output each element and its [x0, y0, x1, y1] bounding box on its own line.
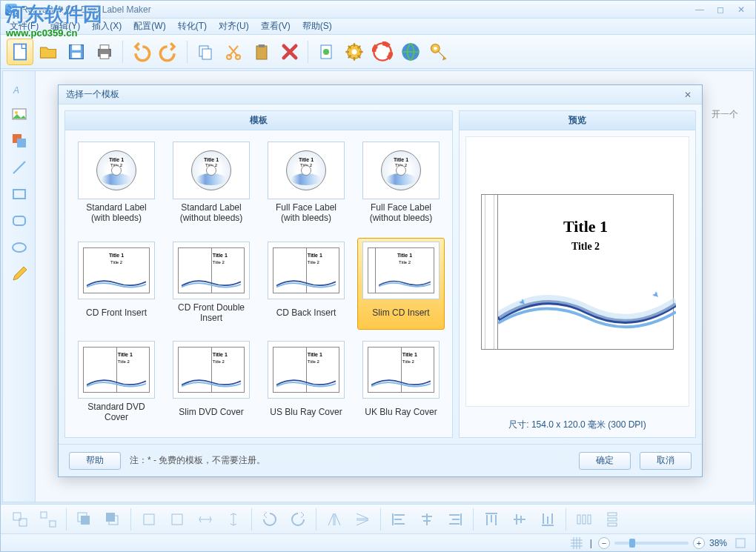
save-button[interactable] [63, 39, 90, 65]
toolbar-separator [122, 41, 123, 63]
app-title: RonyaSoft CD DVD Label Maker [21, 4, 690, 15]
template-label: Slim DVD Cover [179, 402, 243, 422]
template-item[interactable]: Title 1Title 2Full Face Label (without b… [357, 138, 445, 230]
maximize-button[interactable]: ◻ [711, 4, 730, 16]
redo-button[interactable] [156, 39, 182, 65]
same-width-button[interactable] [192, 506, 219, 533]
register-button[interactable] [425, 39, 452, 65]
fit-button[interactable] [733, 536, 748, 551]
rotate-left-button[interactable] [256, 506, 283, 533]
preview-title2: Title 2 [498, 241, 673, 253]
undo-button[interactable] [127, 39, 154, 65]
template-item[interactable]: Title 1Title 2CD Front Double Insert [168, 238, 255, 330]
template-label: Full Face Label (with bleeds) [266, 202, 346, 223]
paste-button[interactable] [248, 39, 275, 65]
svg-rect-32 [50, 521, 56, 527]
minimize-button[interactable]: — [690, 4, 709, 16]
send-back-button[interactable] [99, 506, 126, 533]
templates-header: 模板 [65, 111, 452, 130]
template-thumbnail: Title 1Title 2 [173, 341, 250, 399]
image-tool[interactable] [7, 102, 31, 126]
menu-view[interactable]: 查看(V) [255, 19, 296, 34]
align-center-button[interactable] [414, 506, 440, 533]
svg-rect-44 [608, 523, 617, 526]
template-item[interactable]: Title 1Title 2Standard Label (without bl… [168, 138, 255, 230]
menu-align[interactable]: 对齐(U) [213, 19, 255, 34]
template-item[interactable]: Title 1Title 2Standard DVD Cover [73, 337, 160, 430]
zoom-in-button[interactable]: + [693, 537, 705, 549]
svg-rect-33 [81, 516, 90, 525]
roundrect-tool[interactable] [7, 209, 31, 233]
line-tool[interactable] [7, 156, 31, 179]
help-button[interactable] [369, 39, 396, 65]
template-thumbnail: Title 1Title 2 [362, 142, 440, 199]
zoom-out-button[interactable]: − [598, 537, 610, 549]
ok-button[interactable]: 确定 [579, 452, 631, 470]
settings-button[interactable] [341, 39, 368, 65]
distribute-v-button[interactable] [599, 506, 626, 533]
svg-point-14 [323, 49, 329, 55]
preview-title1: Title 1 [498, 217, 673, 236]
text-tool[interactable]: A [7, 76, 31, 99]
toolbar-separator [187, 41, 188, 63]
cut-button[interactable] [220, 39, 247, 65]
menu-config[interactable]: 配置(W) [127, 19, 171, 34]
pencil-tool[interactable] [7, 262, 31, 286]
shape-tool[interactable] [7, 129, 31, 153]
ellipse-tool[interactable] [7, 236, 31, 259]
svg-rect-42 [608, 513, 617, 516]
new-button[interactable] [7, 39, 33, 65]
properties-button[interactable] [313, 39, 339, 65]
rect-tool[interactable] [7, 182, 31, 206]
template-item[interactable]: Title 1Title 2Standard Label (with bleed… [73, 138, 160, 230]
template-item[interactable]: Title 1Title 2CD Back Insert [262, 238, 350, 330]
preview-card: Title 1 Title 2 [481, 194, 674, 350]
template-item[interactable]: Title 1Title 2US Blu Ray Cover [262, 337, 350, 430]
align-left-button[interactable] [385, 506, 412, 533]
bring-front-button[interactable] [71, 506, 98, 533]
menu-edit[interactable]: 编辑(Y) [44, 19, 86, 34]
menu-help[interactable]: 帮助(S) [296, 19, 338, 34]
backward-button[interactable] [164, 506, 190, 533]
copy-button[interactable] [192, 39, 219, 65]
template-thumbnail: Title 1Title 2 [362, 242, 440, 299]
close-button[interactable]: ✕ [732, 4, 751, 16]
svg-point-23 [15, 111, 18, 114]
ungroup-button[interactable] [35, 506, 62, 533]
delete-button[interactable] [276, 39, 303, 65]
zoom-slider[interactable] [614, 542, 689, 545]
align-right-button[interactable] [442, 506, 468, 533]
dialog-close-button[interactable]: ✕ [681, 88, 694, 102]
group-button[interactable] [7, 506, 33, 533]
template-item[interactable]: Title 1Title 2CD Front Insert [73, 238, 160, 330]
forward-button[interactable] [136, 506, 162, 533]
print-button[interactable] [91, 39, 118, 65]
flip-h-button[interactable] [321, 506, 348, 533]
template-item[interactable]: Title 1Title 2Slim CD Insert [357, 238, 445, 330]
menu-file[interactable]: 文件(F) [4, 19, 44, 34]
template-item[interactable]: Title 1Title 2UK Blu Ray Cover [357, 337, 445, 430]
web-button[interactable] [397, 39, 424, 65]
svg-rect-11 [256, 46, 267, 59]
template-item[interactable]: Title 1Title 2Slim DVD Cover [168, 337, 255, 430]
grid-toggle-icon[interactable] [569, 536, 584, 551]
svg-rect-38 [172, 514, 182, 525]
cancel-button[interactable]: 取消 [640, 452, 692, 470]
dialog-help-button[interactable]: 帮助 [69, 452, 121, 470]
align-bottom-button[interactable] [534, 506, 561, 533]
rotate-right-button[interactable] [285, 506, 311, 533]
svg-rect-26 [13, 190, 25, 199]
align-top-button[interactable] [478, 506, 505, 533]
menu-transform[interactable]: 转化(T) [172, 19, 213, 34]
open-button[interactable] [35, 39, 62, 65]
template-label: CD Front Insert [86, 302, 147, 323]
align-middle-button[interactable] [506, 506, 533, 533]
svg-point-16 [352, 49, 357, 54]
align-toolbar [1, 504, 755, 533]
same-height-button[interactable] [220, 506, 247, 533]
menu-insert[interactable]: 插入(X) [86, 19, 127, 34]
template-label: Slim CD Insert [372, 302, 429, 323]
template-item[interactable]: Title 1Title 2Full Face Label (with blee… [262, 138, 350, 230]
distribute-h-button[interactable] [571, 506, 597, 533]
flip-v-button[interactable] [349, 506, 376, 533]
